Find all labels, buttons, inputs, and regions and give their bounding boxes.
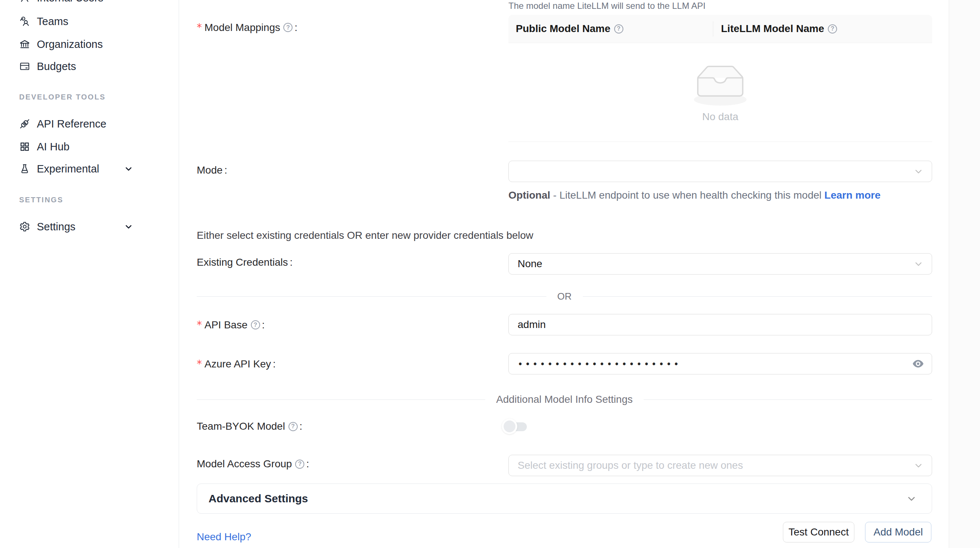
learn-more-link[interactable]: Learn more (824, 190, 881, 201)
help-circle-icon[interactable]: ? (288, 422, 298, 431)
required-asterisk: * (197, 21, 202, 33)
teams-icon (19, 16, 30, 27)
or-divider: OR (197, 291, 932, 302)
help-circle-icon[interactable]: ? (295, 460, 304, 469)
additional-settings-divider: Additional Model Info Settings (197, 393, 932, 405)
sidebar-item-label: API Reference (37, 118, 107, 130)
sidebar-item-organizations[interactable]: Organizations (0, 35, 179, 53)
credentials-note: Either select existing credentials OR en… (197, 229, 533, 241)
azure-api-key-field[interactable]: •••••••••••••••••••••• (508, 353, 932, 374)
sidebar-item-budgets[interactable]: Budgets (0, 57, 179, 75)
need-help-link[interactable]: Need Help? (197, 531, 251, 543)
sidebar-item-label: Budgets (37, 61, 76, 73)
sidebar-item-ai-hub[interactable]: AI Hub (0, 138, 179, 156)
team-byok-toggle[interactable] (502, 419, 528, 434)
advanced-settings-title: Advanced Settings (208, 492, 308, 505)
model-access-group-input[interactable] (509, 460, 932, 472)
api-base-input[interactable] (509, 319, 932, 331)
table-empty-state: No data (508, 43, 932, 142)
column-divider (713, 21, 713, 37)
model-access-group-select[interactable] (508, 455, 932, 476)
sidebar-item-settings[interactable]: Settings (0, 218, 179, 236)
appstore-icon (19, 141, 30, 152)
test-connect-button[interactable]: Test Connect (783, 522, 854, 542)
help-circle-icon[interactable]: ? (614, 24, 624, 33)
existing-credentials-select[interactable] (508, 253, 932, 274)
empty-box-icon (685, 62, 756, 107)
mode-label: Mode: (197, 164, 228, 176)
api-base-field[interactable] (508, 314, 932, 335)
sidebar-item-experimental[interactable]: Experimental (0, 160, 179, 178)
column-header-public-model-name: Public Model Name ? (508, 15, 713, 43)
sidebar-item-label: AI Hub (37, 141, 70, 153)
advanced-settings-panel[interactable]: Advanced Settings (197, 484, 932, 514)
required-asterisk: * (197, 358, 202, 370)
sidebar-item-label: Experimental (37, 163, 99, 175)
page-background (950, 0, 980, 548)
sidebar-item-label: Organizations (37, 38, 103, 51)
existing-credentials-label: Existing Credentials: (197, 256, 293, 268)
empty-state-text: No data (702, 111, 738, 123)
api-base-label: * API Base ? : (197, 319, 265, 331)
table-header-row: Public Model Name ? LiteLLM Model Name ? (508, 15, 932, 43)
add-model-form: The model name LiteLLM will send to the … (179, 0, 949, 548)
user-icon (19, 0, 30, 3)
required-asterisk: * (197, 319, 202, 331)
help-circle-icon[interactable]: ? (283, 23, 293, 32)
model-access-group-label: Model Access Group ? : (197, 458, 309, 470)
add-model-button[interactable]: Add Model (865, 522, 931, 542)
sidebar-item-internal-users[interactable]: Internal Users (0, 0, 179, 6)
azure-api-key-label: * Azure API Key : (197, 358, 275, 370)
team-byok-label: Team-BYOK Model ? : (197, 421, 302, 432)
chevron-down-icon (906, 493, 917, 504)
sidebar-item-label: Teams (37, 16, 68, 28)
flask-icon (19, 163, 30, 174)
sidebar-section-settings: SETTINGS (19, 196, 64, 204)
sidebar: Internal Users Teams Organizations Budge… (0, 0, 179, 548)
toggle-knob (502, 419, 517, 434)
model-mappings-label: * Model Mappings ? : (197, 21, 298, 33)
column-header-litellm-model-name: LiteLLM Model Name ? (713, 15, 837, 43)
model-mappings-table: Public Model Name ? LiteLLM Model Name ?… (508, 15, 932, 142)
sidebar-item-label: Settings (37, 221, 76, 233)
sidebar-item-teams[interactable]: Teams (0, 13, 179, 30)
eye-icon[interactable] (912, 357, 924, 370)
mode-helper-text: Optional - LiteLLM endpoint to use when … (508, 187, 927, 204)
masked-password-value: •••••••••••••••••••••• (509, 359, 681, 370)
chevron-down-icon (124, 164, 134, 174)
mode-select[interactable] (508, 161, 932, 182)
gear-icon (19, 221, 30, 232)
bank-icon (19, 39, 30, 50)
model-name-hint: The model name LiteLLM will send to the … (508, 1, 706, 11)
help-circle-icon[interactable]: ? (251, 320, 260, 330)
credit-card-icon (19, 61, 30, 72)
mode-select-input[interactable] (509, 166, 932, 177)
existing-credentials-value[interactable] (509, 258, 932, 270)
sidebar-section-developer-tools: DEVELOPER TOOLS (19, 93, 106, 101)
sidebar-item-api-reference[interactable]: API Reference (0, 115, 179, 133)
help-circle-icon[interactable]: ? (828, 24, 837, 33)
sidebar-item-label: Internal Users (37, 0, 103, 4)
api-plug-icon (19, 118, 30, 129)
chevron-down-icon (124, 222, 134, 231)
